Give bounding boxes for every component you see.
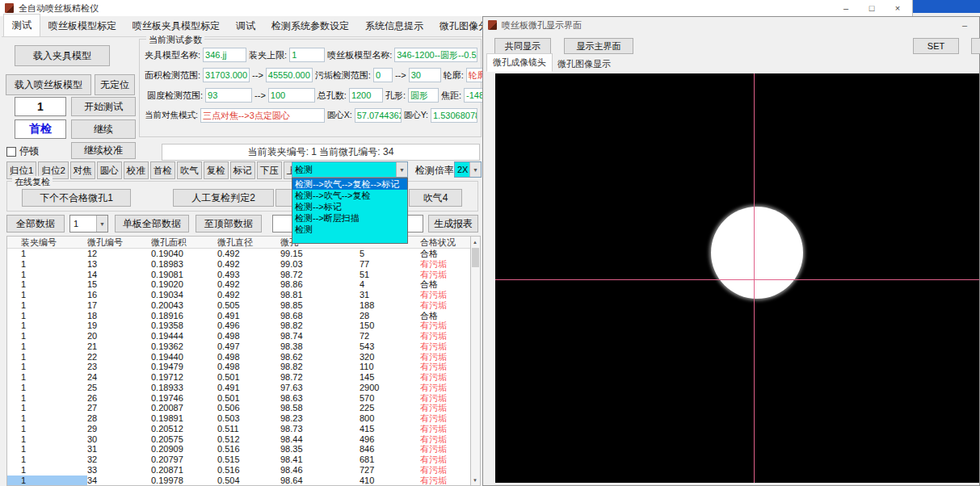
- center-x-field[interactable]: 57.074436299: [355, 108, 402, 123]
- table-row[interactable]: 1260.197460.50198.63570有污垢: [7, 393, 470, 404]
- checkbox-box[interactable]: [6, 147, 16, 157]
- next-bad-hole-button[interactable]: 下个不合格微孔1: [22, 189, 131, 207]
- cell: 1: [7, 279, 87, 290]
- minimize-icon[interactable]: –: [955, 17, 974, 33]
- minimize-icon[interactable]: –: [833, 0, 859, 16]
- center-y-field[interactable]: 1.5306807813: [431, 108, 477, 123]
- spinneret-model-field[interactable]: 346-1200--圆形--0.5x1--.psb: [394, 48, 477, 62]
- dropdown-item-1[interactable]: 检测-->吹气-->复检-->标记: [292, 178, 407, 190]
- dropdown-item-3[interactable]: 检测-->标记: [292, 201, 407, 212]
- table-row[interactable]: 1240.197120.50198.72145有污垢: [7, 372, 470, 383]
- table-row[interactable]: 1330.208710.51698.46727有污垢: [7, 465, 470, 476]
- mode-combobox[interactable]: 检测 ▼: [292, 161, 408, 178]
- toolbar-button-9[interactable]: 标记: [230, 161, 255, 179]
- dropdown-item-2[interactable]: 检测-->吹气-->复检: [292, 190, 407, 201]
- tab-4[interactable]: 调试: [228, 15, 263, 37]
- cell: 0.19746: [151, 393, 217, 404]
- dropdown-item-4[interactable]: 检测-->断层扫描: [292, 212, 407, 224]
- toolbar-button-6[interactable]: 首检: [150, 161, 175, 179]
- toolbar-button-8[interactable]: 复检: [204, 161, 229, 179]
- dropdown-item-5[interactable]: 检测: [292, 224, 407, 235]
- table-row[interactable]: 1130.189830.49299.0377有污垢: [7, 259, 470, 270]
- show-main-ui-button[interactable]: 显示主界面: [564, 38, 633, 54]
- roundness-min-field[interactable]: 93: [205, 88, 252, 103]
- mode-dropdown-list[interactable]: 检测-->吹气-->复检-->标记检测-->吹气-->复检检测-->标记检测--…: [292, 178, 408, 244]
- table-row[interactable]: 1230.194790.49898.82110有污垢: [7, 362, 470, 372]
- table-row[interactable]: 1290.205120.51198.73415有污垢: [7, 424, 470, 434]
- table-row[interactable]: 1280.198910.50398.23800有污垢: [7, 413, 470, 424]
- tab-1[interactable]: 测试: [3, 14, 40, 37]
- table-row[interactable]: 1320.207970.51598.41681有污垢: [7, 455, 470, 465]
- table-row[interactable]: 1300.205750.51298.44496有污垢: [7, 434, 470, 445]
- scroll-down-icon[interactable]: ▼: [471, 475, 479, 485]
- close-icon[interactable]: ×: [885, 0, 911, 16]
- set-button[interactable]: SET: [913, 38, 959, 54]
- no-positioning-button[interactable]: 无定位: [95, 74, 135, 95]
- table-row[interactable]: 1160.190340.49298.8131有污垢: [7, 290, 470, 300]
- fixture-model-field[interactable]: 346.jj: [203, 48, 246, 62]
- tab-6[interactable]: 系统信息提示: [357, 15, 431, 37]
- roundness-max-field[interactable]: 100: [268, 88, 315, 103]
- maximize-icon[interactable]: □: [859, 0, 885, 16]
- chevron-down-icon[interactable]: ▼: [469, 162, 481, 177]
- table-row[interactable]: 1120.190400.49299.155合格: [7, 249, 470, 259]
- to-top-data-button[interactable]: 至顶部数据: [196, 215, 262, 233]
- board-number-combobox[interactable]: 1 ▼: [69, 215, 108, 233]
- toolbar-button-3[interactable]: 对焦: [70, 161, 95, 179]
- chevron-down-icon[interactable]: ▼: [396, 162, 407, 177]
- pause-checkbox[interactable]: 停顿: [6, 145, 39, 158]
- table-row[interactable]: 1180.189160.49198.6828合格: [7, 311, 470, 321]
- start-test-button[interactable]: 开始测试: [71, 97, 136, 116]
- cell: 1: [7, 434, 87, 445]
- table-scrollbar[interactable]: ▲ ▼: [471, 236, 481, 486]
- focus-mode-field[interactable]: 三点对焦-->3点定圆心: [200, 108, 325, 123]
- table-row[interactable]: 1250.189330.49197.632900有污垢: [7, 383, 470, 393]
- table-row[interactable]: 1310.209090.51698.35846有污垢: [7, 444, 470, 455]
- cell: 13: [87, 259, 151, 270]
- toolbar-button-4[interactable]: 圆心: [97, 161, 122, 179]
- all-data-button[interactable]: 全部数据: [6, 215, 65, 233]
- clamp-limit-field[interactable]: 1: [289, 48, 325, 62]
- manual-recheck-button[interactable]: 人工复检判定2: [173, 189, 274, 207]
- scrollbar-thumb[interactable]: [472, 248, 479, 267]
- right-tab-1[interactable]: 微孔成像镜头: [486, 53, 553, 72]
- continue-calibration-button[interactable]: 继续校准: [71, 142, 136, 159]
- right-tab-2[interactable]: 微孔图像显示: [553, 57, 616, 72]
- cell: 0.19358: [151, 321, 217, 331]
- table-row[interactable]: 1210.193620.49798.38543有污垢: [7, 341, 470, 352]
- common-display-button[interactable]: 共同显示: [494, 38, 551, 54]
- load-spinneret-model-button[interactable]: 载入喷丝板模型: [6, 74, 91, 95]
- table-row[interactable]: 1140.190810.49398.7251有污垢: [7, 270, 470, 280]
- tab-5[interactable]: 检测系统参数设定: [263, 15, 357, 37]
- toolbar-button-7[interactable]: 吹气: [177, 161, 202, 179]
- table-row[interactable]: 1340.199780.50498.64410有污垢: [7, 476, 470, 486]
- rate-combobox[interactable]: 2X ▼: [454, 161, 482, 178]
- hole-data-table[interactable]: 装夹编号微孔编号微孔面积微孔直径微孔合格状况 1120.190400.49299…: [6, 236, 471, 486]
- chevron-down-icon[interactable]: ▼: [96, 216, 107, 232]
- table-row[interactable]: 1190.193580.49698.82150有污垢: [7, 321, 470, 331]
- table-row[interactable]: 1150.190200.49298.864合格: [7, 279, 470, 290]
- dirt-min-field[interactable]: 0: [373, 68, 393, 82]
- toolbar-button-10[interactable]: 下压: [257, 161, 282, 179]
- board-all-data-button[interactable]: 单板全部数据: [115, 215, 189, 233]
- continue-button[interactable]: 继续: [71, 119, 136, 139]
- total-holes-field[interactable]: 1200: [349, 88, 383, 103]
- load-fixture-model-button[interactable]: 载入夹具模型: [15, 45, 110, 66]
- toolbar-button-5[interactable]: 校准: [124, 161, 149, 179]
- area-max-field[interactable]: 45550.000: [266, 68, 313, 82]
- dirt-max-field[interactable]: 30: [409, 68, 441, 82]
- cell: 0.516: [217, 465, 280, 476]
- scroll-up-icon[interactable]: ▲: [471, 237, 479, 247]
- table-row[interactable]: 1220.194400.49898.62320有污垢: [7, 352, 470, 362]
- generate-report-button[interactable]: 生成报表: [428, 215, 478, 233]
- table-row[interactable]: 1170.200430.50598.85188有污垢: [7, 300, 470, 311]
- cell: 0.503: [217, 413, 280, 424]
- table-row[interactable]: 1270.200870.50698.58225有污垢: [7, 403, 470, 413]
- blow-air-4-button[interactable]: 吹气4: [409, 189, 462, 207]
- area-min-field[interactable]: 31703.000: [203, 68, 250, 82]
- tab-2[interactable]: 喷丝板模型标定: [40, 15, 124, 37]
- clamp-limit-label: 装夹上限:: [249, 49, 287, 61]
- cutoff-button-fragment[interactable]: [971, 38, 980, 54]
- hole-shape-field[interactable]: 圆形: [408, 88, 439, 103]
- table-row[interactable]: 1200.194440.49898.7472有污垢: [7, 331, 470, 341]
